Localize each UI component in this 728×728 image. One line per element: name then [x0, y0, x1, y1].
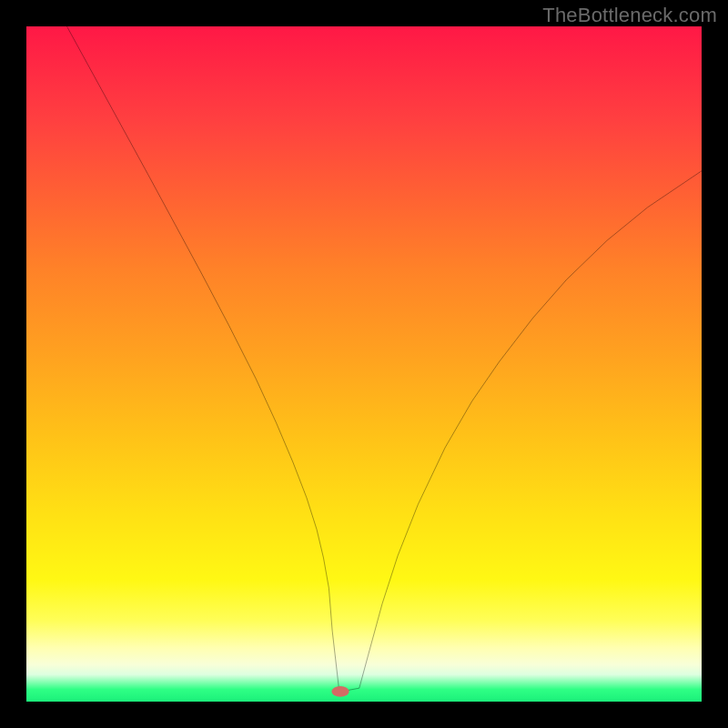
- bottleneck-marker: [331, 686, 349, 697]
- watermark-text: TheBottleneck.com: [542, 4, 717, 27]
- chart-plot: [26, 26, 702, 702]
- chart-frame: TheBottleneck.com: [0, 0, 728, 728]
- bottleneck-curve: [67, 26, 702, 691]
